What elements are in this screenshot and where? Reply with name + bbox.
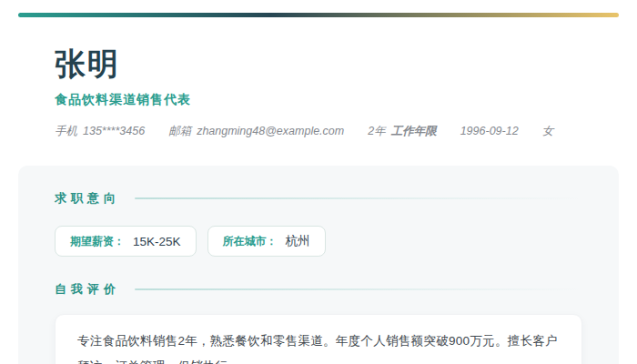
section-divider-line xyxy=(135,197,582,199)
phone-value: 135****3456 xyxy=(83,125,145,137)
job-intention-pills: 期望薪资： 15K-25K 所在城市： 杭州 xyxy=(55,226,582,257)
resume-body-card: 求职意向 期望薪资： 15K-25K 所在城市： 杭州 自我评价 专注食品饮料销… xyxy=(18,166,619,364)
phone-label: 手机 xyxy=(55,124,77,139)
contact-gender: 女 xyxy=(542,124,554,139)
accent-gradient-bar xyxy=(18,13,619,17)
candidate-job-title: 食品饮料渠道销售代表 xyxy=(55,92,582,108)
contact-row: 手机 135****3456 邮箱 zhangming48@example.co… xyxy=(55,124,582,139)
email-label: 邮箱 xyxy=(168,124,191,139)
contact-birth-date: 1996-09-12 xyxy=(460,125,519,137)
city-value: 杭州 xyxy=(286,233,310,249)
contact-email: 邮箱 zhangming48@example.com xyxy=(168,124,344,139)
contact-phone: 手机 135****3456 xyxy=(55,124,145,139)
self-evaluation-text: 专注食品饮料销售2年，熟悉餐饮和零售渠道。年度个人销售额突破900万元。擅长客户… xyxy=(77,329,560,364)
gender-value: 女 xyxy=(542,124,554,139)
expected-salary-pill: 期望薪资： 15K-25K xyxy=(55,226,197,257)
city-label: 所在城市： xyxy=(223,234,278,249)
email-value: zhangming48@example.com xyxy=(197,125,344,137)
experience-value: 2年 xyxy=(368,124,385,139)
city-pill: 所在城市： 杭州 xyxy=(207,226,326,257)
candidate-name: 张明 xyxy=(55,47,582,81)
section-title-job-intention: 求职意向 xyxy=(55,190,120,207)
contact-experience: 2年 工作年限 xyxy=(368,124,436,139)
self-evaluation-box: 专注食品饮料销售2年，熟悉餐饮和零售渠道。年度个人销售额突破900万元。擅长客户… xyxy=(55,314,582,364)
section-title-self-evaluation: 自我评价 xyxy=(55,281,120,298)
section-job-intention-header: 求职意向 xyxy=(55,190,582,207)
section-self-evaluation-header: 自我评价 xyxy=(55,281,582,298)
expected-salary-label: 期望薪资： xyxy=(70,234,125,249)
section-divider-line xyxy=(135,288,582,290)
experience-label: 工作年限 xyxy=(391,124,437,139)
expected-salary-value: 15K-25K xyxy=(133,235,181,248)
birth-date-value: 1996-09-12 xyxy=(460,125,519,137)
resume-header: 张明 食品饮料渠道销售代表 手机 135****3456 邮箱 zhangmin… xyxy=(0,47,637,139)
